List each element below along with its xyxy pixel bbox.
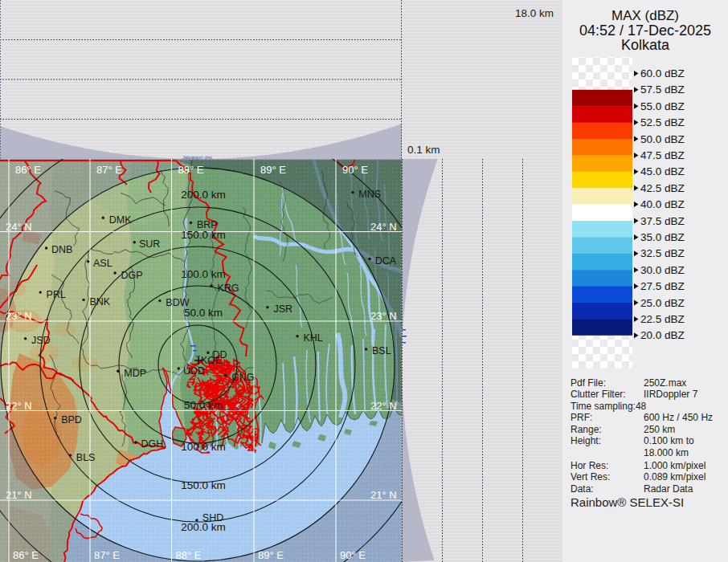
svg-text:0.089 km/pixel: 0.089 km/pixel (644, 471, 706, 483)
svg-text:KRG: KRG (218, 283, 239, 294)
svg-text:21° N: 21° N (370, 489, 397, 501)
svg-text:BLS: BLS (76, 452, 96, 463)
svg-text:JSD: JSD (31, 335, 51, 346)
svg-text:Height:: Height: (571, 435, 601, 446)
svg-text:DGP: DGP (121, 270, 143, 281)
svg-text:Pdf File:: Pdf File: (571, 377, 606, 389)
svg-text:BRP: BRP (197, 219, 218, 230)
svg-text:DGH: DGH (141, 438, 164, 450)
svg-text:18.000 km: 18.000 km (644, 447, 689, 458)
svg-text:88° E: 88° E (176, 549, 202, 561)
svg-text:PRF:: PRF: (571, 412, 592, 423)
svg-text:22° N: 22° N (6, 400, 32, 412)
svg-text:200.0 km: 200.0 km (181, 189, 226, 201)
svg-text:MNS: MNS (358, 189, 381, 200)
svg-text:DMK: DMK (109, 214, 132, 226)
svg-text:23° N: 23° N (370, 310, 397, 322)
svg-text:22.5 dBZ: 22.5 dBZ (640, 313, 685, 325)
svg-text:Clutter Filter:: Clutter Filter: (571, 389, 626, 400)
svg-text:Rainbow® SELEX-SI: Rainbow® SELEX-SI (571, 495, 684, 509)
svg-text:22° N: 22° N (370, 400, 397, 412)
svg-text:89° E: 89° E (260, 164, 286, 176)
svg-text:1.000 km/pixel: 1.000 km/pixel (644, 460, 706, 471)
svg-text:100.0 km: 100.0 km (181, 268, 226, 280)
svg-text:IIRDoppler 7: IIRDoppler 7 (644, 389, 698, 400)
svg-text:BPD: BPD (61, 414, 82, 426)
svg-text:JSR: JSR (273, 303, 292, 315)
svg-text:SHD: SHD (202, 512, 223, 523)
svg-text:BNK: BNK (90, 296, 111, 307)
svg-text:57.5 dBZ: 57.5 dBZ (640, 83, 685, 96)
svg-text:88° E: 88° E (178, 164, 204, 176)
svg-text:250Z.max: 250Z.max (644, 377, 686, 389)
svg-text:ASL: ASL (93, 258, 112, 269)
svg-text:86° E: 86° E (13, 549, 39, 561)
svg-text:25.0 dBZ: 25.0 dBZ (640, 297, 685, 309)
svg-text:Hor Res:: Hor Res: (571, 460, 608, 471)
svg-text:UDD: UDD (183, 365, 205, 377)
svg-text:PRL: PRL (47, 289, 66, 300)
svg-text:24° N: 24° N (6, 221, 32, 233)
svg-text:24° N: 24° N (370, 221, 397, 233)
svg-text:Radar Data: Radar Data (644, 483, 693, 495)
svg-text:35.0 dBZ: 35.0 dBZ (640, 231, 685, 243)
svg-text:50.0 km: 50.0 km (184, 307, 223, 319)
svg-text:04:52 / 17-Dec-2025: 04:52 / 17-Dec-2025 (579, 22, 711, 39)
svg-text:BDW: BDW (166, 297, 189, 308)
svg-text:Jalpaiguri dist.: Jalpaiguri dist. (182, 155, 214, 160)
svg-text:KOL: KOL (201, 355, 221, 366)
svg-text:86° E: 86° E (15, 164, 41, 176)
svg-text:21° N: 21° N (6, 489, 32, 501)
svg-text:89° E: 89° E (258, 549, 284, 561)
svg-text:40.0 dBZ: 40.0 dBZ (640, 198, 685, 210)
svg-text:20.0 dBZ: 20.0 dBZ (640, 329, 685, 341)
svg-text:27.5 dBZ: 27.5 dBZ (640, 280, 685, 292)
svg-text:60.0 dBZ: 60.0 dBZ (640, 67, 685, 79)
svg-text:600 Hz / 450 Hz: 600 Hz / 450 Hz (644, 412, 713, 423)
svg-text:55.0 dBZ: 55.0 dBZ (640, 100, 685, 112)
svg-text:BSL: BSL (372, 345, 391, 356)
svg-text:150.0 km: 150.0 km (181, 229, 226, 241)
svg-text:0.100 km to: 0.100 km to (644, 435, 694, 446)
svg-text:50.0 dBZ: 50.0 dBZ (640, 133, 685, 145)
svg-text:50.0 km: 50.0 km (184, 399, 223, 411)
svg-text:47.5 dBZ: 47.5 dBZ (640, 149, 685, 161)
svg-text:32.5 dBZ: 32.5 dBZ (640, 247, 685, 259)
svg-text:90° E: 90° E (342, 164, 368, 176)
svg-text:MDP: MDP (124, 368, 146, 379)
svg-text:Vert Res:: Vert Res: (571, 471, 610, 483)
svg-text:87° E: 87° E (96, 164, 122, 176)
svg-text:18.0 km: 18.0 km (515, 7, 554, 19)
svg-text:DCA: DCA (375, 255, 397, 267)
svg-text:150.0 km: 150.0 km (181, 479, 226, 491)
svg-text:CNG: CNG (232, 372, 255, 383)
svg-text:Range:: Range: (571, 424, 602, 435)
svg-text:SUR: SUR (139, 238, 160, 250)
svg-text:Time sampling:48: Time sampling:48 (571, 401, 647, 412)
svg-text:42.5 dBZ: 42.5 dBZ (640, 182, 685, 194)
svg-text:52.5 dBZ: 52.5 dBZ (640, 116, 685, 128)
svg-text:90° E: 90° E (340, 549, 366, 561)
svg-text:23° N: 23° N (6, 310, 32, 322)
svg-text:30.0 dBZ: 30.0 dBZ (640, 264, 685, 276)
svg-text:45.0 dBZ: 45.0 dBZ (640, 165, 685, 177)
svg-text:37.5 dBZ: 37.5 dBZ (640, 215, 685, 227)
svg-text:250 km: 250 km (644, 424, 675, 435)
svg-text:87° E: 87° E (94, 549, 120, 561)
svg-text:KHL: KHL (304, 332, 323, 344)
svg-text:Kolkata: Kolkata (621, 37, 670, 53)
svg-text:0.1 km: 0.1 km (407, 144, 440, 156)
svg-text:Data:: Data: (571, 483, 594, 495)
svg-text:DNB: DNB (51, 244, 72, 255)
svg-text:100.0 km: 100.0 km (181, 441, 226, 453)
svg-text:MAX (dBZ): MAX (dBZ) (611, 8, 679, 23)
